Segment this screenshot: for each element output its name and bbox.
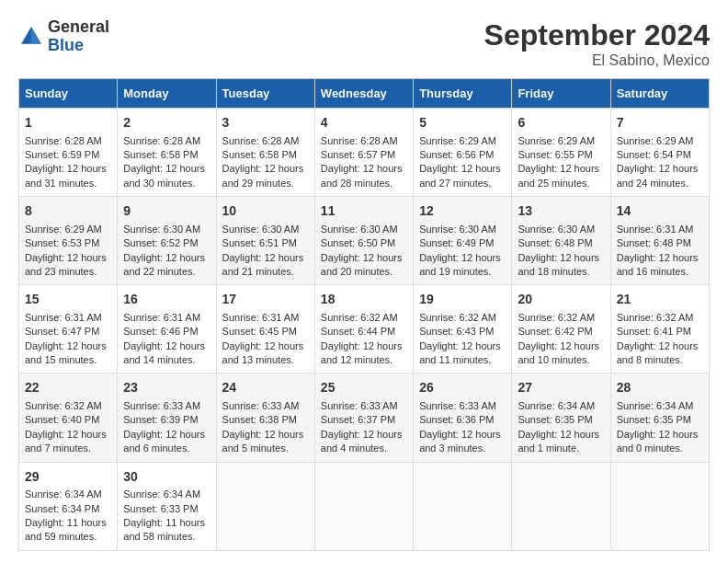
- daylight-text: Daylight: 12 hours and 7 minutes.: [25, 429, 107, 454]
- sunset-text: Sunset: 6:58 PM: [222, 149, 297, 160]
- sunrise-text: Sunrise: 6:29 AM: [25, 224, 102, 235]
- sunset-text: Sunset: 6:47 PM: [25, 326, 99, 337]
- calendar-cell: [610, 462, 709, 550]
- sunrise-text: Sunrise: 6:33 AM: [419, 400, 496, 411]
- daylight-text: Daylight: 12 hours and 23 minutes.: [25, 252, 107, 277]
- month-title: September 2024: [484, 18, 710, 52]
- sunset-text: Sunset: 6:35 PM: [617, 414, 691, 425]
- calendar-week-row: 15Sunrise: 6:31 AMSunset: 6:47 PMDayligh…: [19, 285, 710, 373]
- calendar-cell: 8Sunrise: 6:29 AMSunset: 6:53 PMDaylight…: [19, 197, 118, 285]
- sunrise-text: Sunrise: 6:34 AM: [617, 400, 694, 411]
- sunrise-text: Sunrise: 6:28 AM: [321, 135, 398, 146]
- calendar-cell: 21Sunrise: 6:32 AMSunset: 6:41 PMDayligh…: [610, 285, 709, 373]
- header-day: Tuesday: [216, 79, 314, 109]
- calendar-cell: 29Sunrise: 6:34 AMSunset: 6:34 PMDayligh…: [19, 462, 118, 550]
- sunset-text: Sunset: 6:54 PM: [617, 149, 691, 160]
- sunset-text: Sunset: 6:38 PM: [222, 414, 297, 425]
- sunset-text: Sunset: 6:57 PM: [321, 149, 395, 160]
- daylight-text: Daylight: 12 hours and 30 minutes.: [123, 163, 205, 188]
- header-day: Monday: [118, 79, 216, 109]
- sunrise-text: Sunrise: 6:34 AM: [518, 400, 595, 411]
- calendar-cell: 12Sunrise: 6:30 AMSunset: 6:49 PMDayligh…: [414, 197, 512, 285]
- calendar-body: 1Sunrise: 6:28 AMSunset: 6:59 PMDaylight…: [19, 109, 710, 551]
- calendar-cell: 17Sunrise: 6:31 AMSunset: 6:45 PMDayligh…: [216, 285, 314, 373]
- day-number: 25: [321, 379, 407, 397]
- day-number: 19: [419, 291, 506, 309]
- calendar-cell: 25Sunrise: 6:33 AMSunset: 6:37 PMDayligh…: [314, 373, 413, 462]
- daylight-text: Daylight: 11 hours and 59 minutes.: [25, 517, 107, 542]
- day-number: 9: [123, 202, 210, 221]
- daylight-text: Daylight: 12 hours and 20 minutes.: [321, 252, 403, 277]
- calendar-cell: 2Sunrise: 6:28 AMSunset: 6:58 PMDaylight…: [118, 109, 216, 197]
- sunrise-text: Sunrise: 6:33 AM: [321, 400, 398, 411]
- svg-marker-1: [31, 27, 41, 44]
- sunset-text: Sunset: 6:53 PM: [25, 237, 99, 248]
- calendar-header: SundayMondayTuesdayWednesdayThursdayFrid…: [19, 79, 710, 109]
- sunset-text: Sunset: 6:41 PM: [617, 326, 691, 337]
- day-number: 5: [419, 114, 506, 132]
- calendar-week-row: 29Sunrise: 6:34 AMSunset: 6:34 PMDayligh…: [19, 462, 710, 550]
- sunset-text: Sunset: 6:43 PM: [419, 326, 494, 337]
- calendar-table: SundayMondayTuesdayWednesdayThursdayFrid…: [18, 78, 710, 551]
- sunset-text: Sunset: 6:58 PM: [123, 149, 198, 160]
- title-area: September 2024 El Sabino, Mexico: [484, 18, 710, 69]
- sunset-text: Sunset: 6:44 PM: [321, 326, 395, 337]
- sunrise-text: Sunrise: 6:29 AM: [518, 135, 595, 146]
- daylight-text: Daylight: 12 hours and 12 minutes.: [321, 340, 403, 365]
- calendar-cell: 27Sunrise: 6:34 AMSunset: 6:35 PMDayligh…: [512, 373, 610, 462]
- sunrise-text: Sunrise: 6:29 AM: [419, 135, 496, 146]
- sunset-text: Sunset: 6:36 PM: [419, 414, 494, 425]
- calendar-cell: 15Sunrise: 6:31 AMSunset: 6:47 PMDayligh…: [19, 285, 118, 373]
- sunrise-text: Sunrise: 6:31 AM: [222, 312, 300, 323]
- sunrise-text: Sunrise: 6:33 AM: [123, 400, 200, 411]
- daylight-text: Daylight: 12 hours and 11 minutes.: [419, 340, 501, 365]
- sunset-text: Sunset: 6:48 PM: [617, 237, 691, 248]
- sunset-text: Sunset: 6:50 PM: [321, 237, 395, 248]
- day-number: 29: [25, 468, 111, 487]
- daylight-text: Daylight: 12 hours and 14 minutes.: [123, 340, 205, 365]
- sunset-text: Sunset: 6:48 PM: [518, 237, 592, 248]
- daylight-text: Daylight: 12 hours and 25 minutes.: [518, 163, 599, 188]
- daylight-text: Daylight: 12 hours and 21 minutes.: [222, 252, 304, 277]
- daylight-text: Daylight: 12 hours and 13 minutes.: [222, 340, 304, 365]
- daylight-text: Daylight: 12 hours and 24 minutes.: [617, 163, 699, 188]
- sunrise-text: Sunrise: 6:31 AM: [25, 312, 102, 323]
- calendar-cell: 22Sunrise: 6:32 AMSunset: 6:40 PMDayligh…: [19, 373, 118, 462]
- sunset-text: Sunset: 6:33 PM: [123, 503, 198, 514]
- day-number: 26: [419, 379, 506, 397]
- header-day: Sunday: [19, 79, 118, 109]
- sunrise-text: Sunrise: 6:34 AM: [25, 488, 102, 500]
- calendar-cell: 1Sunrise: 6:28 AMSunset: 6:59 PMDaylight…: [19, 109, 118, 197]
- sunset-text: Sunset: 6:51 PM: [222, 237, 297, 248]
- calendar-cell: 13Sunrise: 6:30 AMSunset: 6:48 PMDayligh…: [512, 197, 610, 285]
- calendar-cell: [314, 462, 413, 550]
- sunset-text: Sunset: 6:35 PM: [518, 414, 592, 425]
- calendar-cell: 6Sunrise: 6:29 AMSunset: 6:55 PMDaylight…: [512, 109, 610, 197]
- sunset-text: Sunset: 6:40 PM: [25, 414, 99, 425]
- calendar-cell: 18Sunrise: 6:32 AMSunset: 6:44 PMDayligh…: [314, 285, 413, 373]
- daylight-text: Daylight: 12 hours and 0 minutes.: [617, 429, 699, 454]
- day-number: 24: [222, 379, 309, 397]
- daylight-text: Daylight: 11 hours and 58 minutes.: [123, 517, 205, 542]
- sunrise-text: Sunrise: 6:28 AM: [25, 135, 102, 146]
- calendar-week-row: 1Sunrise: 6:28 AMSunset: 6:59 PMDaylight…: [19, 109, 710, 197]
- day-number: 4: [321, 114, 407, 132]
- calendar-cell: 4Sunrise: 6:28 AMSunset: 6:57 PMDaylight…: [314, 109, 413, 197]
- daylight-text: Daylight: 12 hours and 19 minutes.: [419, 252, 501, 277]
- day-number: 16: [123, 291, 210, 309]
- daylight-text: Daylight: 12 hours and 29 minutes.: [222, 163, 304, 188]
- calendar-cell: 26Sunrise: 6:33 AMSunset: 6:36 PMDayligh…: [414, 373, 512, 462]
- day-number: 27: [518, 379, 604, 397]
- calendar-cell: 30Sunrise: 6:34 AMSunset: 6:33 PMDayligh…: [118, 462, 216, 550]
- calendar-cell: 11Sunrise: 6:30 AMSunset: 6:50 PMDayligh…: [314, 197, 413, 285]
- daylight-text: Daylight: 12 hours and 8 minutes.: [617, 340, 699, 365]
- header-day: Wednesday: [314, 79, 413, 109]
- daylight-text: Daylight: 12 hours and 3 minutes.: [419, 429, 501, 454]
- sunrise-text: Sunrise: 6:28 AM: [222, 135, 300, 146]
- day-number: 15: [25, 291, 111, 309]
- day-number: 18: [321, 291, 407, 309]
- header-day: Thursday: [414, 79, 512, 109]
- sunset-text: Sunset: 6:39 PM: [123, 414, 198, 425]
- calendar-cell: 3Sunrise: 6:28 AMSunset: 6:58 PMDaylight…: [216, 109, 314, 197]
- calendar-week-row: 22Sunrise: 6:32 AMSunset: 6:40 PMDayligh…: [19, 373, 710, 462]
